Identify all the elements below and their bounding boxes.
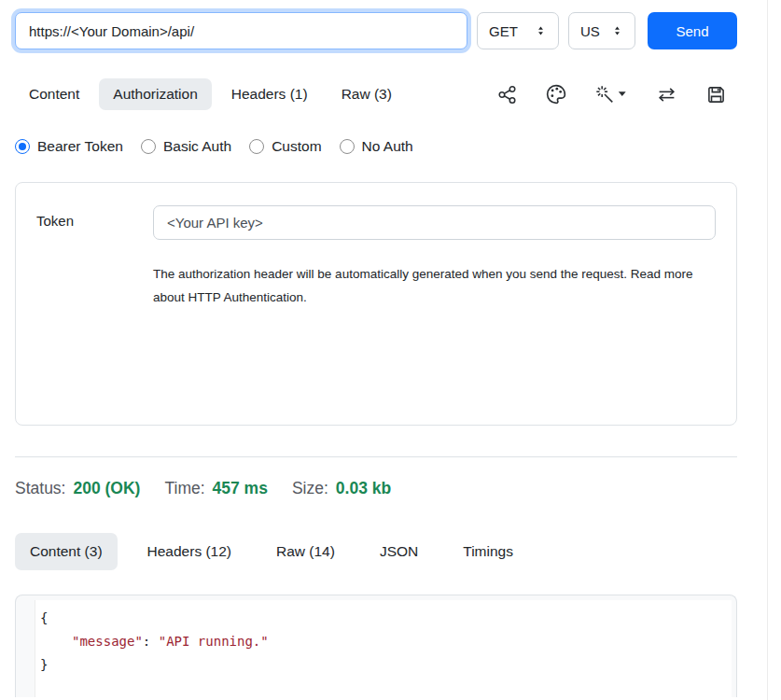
bearer-token-panel: Token The authorization header will be a… (15, 182, 737, 426)
time-label: Time: (164, 479, 204, 498)
tab-raw[interactable]: Raw (3) (328, 78, 406, 110)
method-select[interactable]: GET (477, 12, 559, 49)
region-select-value: US (580, 23, 600, 39)
share-icon[interactable] (497, 85, 517, 105)
status-value: 200 (OK) (73, 479, 140, 498)
auth-option-bearer-token[interactable]: Bearer Token (15, 138, 123, 155)
json-value: "API running." (159, 634, 269, 649)
size-label: Size: (292, 479, 328, 498)
json-separator: : (143, 634, 159, 649)
request-tabs: Content Authorization Headers (1) Raw (3… (15, 78, 737, 110)
up-down-arrows-icon (611, 24, 623, 37)
code-line: } (40, 653, 722, 677)
resp-tab-content[interactable]: Content (3) (15, 533, 118, 570)
auth-option-basic-auth[interactable]: Basic Auth (141, 138, 231, 155)
swap-arrows-icon[interactable] (656, 85, 677, 105)
tab-content[interactable]: Content (15, 78, 93, 110)
radio-no-auth[interactable] (340, 139, 355, 154)
tab-authorization[interactable]: Authorization (99, 78, 211, 110)
time-pair: Time: 457 ms (164, 479, 267, 498)
token-help-text: The authorization header will be automat… (153, 262, 708, 309)
time-value: 457 ms (213, 479, 268, 498)
token-field-label: Token (36, 205, 153, 229)
resp-tab-raw[interactable]: Raw (14) (261, 533, 350, 570)
resp-tab-timings[interactable]: Timings (448, 533, 528, 570)
size-value: 0.03 kb (336, 479, 391, 498)
status-label: Status: (15, 479, 65, 498)
method-select-value: GET (489, 23, 518, 39)
auth-option-label: Custom (272, 138, 321, 155)
auth-option-label: Bearer Token (37, 138, 123, 155)
response-json-code: { "message": "API running." } (35, 600, 732, 697)
size-pair: Size: 0.03 kb (292, 479, 391, 498)
auth-option-label: Basic Auth (163, 138, 231, 155)
region-select[interactable]: US (568, 12, 635, 49)
send-button[interactable]: Send (648, 12, 737, 49)
response-tabs: Content (3) Headers (12) Raw (14) JSON T… (15, 533, 737, 570)
status-pair: Status: 200 (OK) (15, 479, 140, 498)
code-line: "message": "API running." (40, 630, 722, 653)
token-input[interactable] (153, 205, 716, 240)
save-icon[interactable] (706, 85, 726, 105)
up-down-arrows-icon (535, 24, 547, 37)
radio-basic-auth[interactable] (141, 139, 156, 154)
api-client-panel: GET US Send Content Authorization Header… (0, 0, 752, 697)
response-status-bar: Status: 200 (OK) Time: 457 ms Size: 0.03… (15, 479, 737, 498)
section-divider (15, 456, 737, 457)
response-body-panel: { "message": "API running." } (15, 595, 737, 697)
tab-headers[interactable]: Headers (1) (217, 78, 322, 110)
auth-option-label: No Auth (362, 138, 413, 155)
radio-bearer-token[interactable] (15, 139, 30, 154)
request-toolbar (497, 84, 737, 105)
request-bar: GET US Send (15, 12, 737, 49)
json-key: "message" (72, 634, 143, 649)
resp-tab-json[interactable]: JSON (365, 533, 433, 570)
scroll-track-divider (767, 0, 768, 700)
radio-custom[interactable] (249, 139, 264, 154)
palette-icon[interactable] (546, 84, 566, 105)
magic-wand-dropdown-icon[interactable] (595, 85, 627, 105)
auth-type-options: Bearer Token Basic Auth Custom No Auth (15, 138, 737, 155)
code-line: { (40, 607, 722, 630)
auth-option-no-auth[interactable]: No Auth (340, 138, 413, 155)
url-input[interactable] (15, 12, 467, 49)
resp-tab-headers[interactable]: Headers (12) (132, 533, 246, 570)
auth-option-custom[interactable]: Custom (249, 138, 321, 155)
